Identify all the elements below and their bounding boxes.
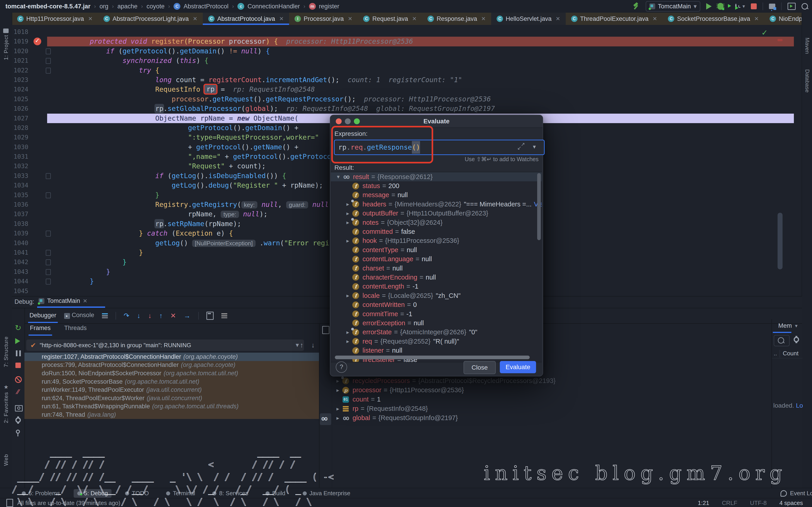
tab-memory[interactable]: Mem▾	[778, 322, 798, 329]
sidebar-item-maven[interactable]: Maven	[804, 38, 810, 54]
breadcrumb-item[interactable]: tomcat-embed-core-8.5.47.jar	[5, 3, 90, 10]
view-breakpoints-icon[interactable]: ∕∕	[12, 388, 24, 396]
minimize-traffic-light[interactable]	[345, 118, 351, 124]
evaluate-expression-icon[interactable]	[206, 312, 214, 320]
tree-row-recycledProcessors[interactable]: ▸recycledProcessors={AbstractProtocol$Re…	[334, 376, 773, 386]
expand-chevron-icon[interactable]: ▸	[334, 406, 342, 412]
code-line-1022[interactable]: 1022 try {	[12, 66, 794, 75]
memory-search-box[interactable]	[774, 335, 790, 346]
stop-icon[interactable]	[15, 362, 21, 368]
stack-frame-row[interactable]: doRun:1500, NioEndpoint$SocketProcessor(…	[24, 369, 319, 378]
tree-row-contentLength[interactable]: contentLength=-1	[331, 282, 542, 291]
line-number[interactable]: 1044	[14, 277, 36, 286]
inspections-ok-icon[interactable]: ✓	[761, 28, 768, 37]
code-line-1025[interactable]: 1025 processor.getRequest().getRequestPr…	[12, 94, 794, 104]
breadcrumb-item[interactable]: apache	[117, 3, 138, 10]
tree-row-contentType[interactable]: contentType=null	[331, 245, 542, 255]
tab-threads[interactable]: Threads	[64, 325, 87, 333]
debug-settings-gear-icon[interactable]	[15, 417, 21, 423]
tree-row-contentWritten[interactable]: contentWritten=0	[331, 300, 542, 309]
breadcrumb-item[interactable]: ConnectionHandler	[247, 3, 300, 10]
line-number[interactable]: 1030	[14, 143, 36, 152]
expand-chevron-icon[interactable]: ▾	[334, 174, 343, 180]
code-line-1024[interactable]: 1024 RequestInfo rp = rp: RequestInfo@25…	[12, 84, 794, 94]
sidebar-item-project[interactable]: 1: Project	[3, 35, 9, 60]
expand-chevron-icon[interactable]: ▸	[344, 201, 352, 207]
stack-frame-row[interactable]: register:1027, AbstractProtocol$Connecti…	[24, 353, 319, 361]
expression-input[interactable]: rp.req.getResponse()	[334, 139, 545, 155]
sidebar-item-database[interactable]: Database	[804, 69, 810, 93]
close-icon[interactable]: ✕	[481, 16, 486, 22]
line-number[interactable]: 1020	[14, 46, 36, 56]
line-number[interactable]: 1028	[14, 123, 36, 133]
line-number[interactable]: 1038	[14, 219, 36, 229]
expand-chevron-icon[interactable]: ▸	[344, 338, 352, 344]
expand-chevron-icon[interactable]: ▸	[334, 378, 342, 384]
tree-row-message[interactable]: message=null	[331, 190, 542, 200]
expand-chevron-icon[interactable]: ▸	[334, 387, 342, 393]
tree-horizontal-scrollbar[interactable]	[335, 355, 530, 359]
profiler-dropdown-icon[interactable]: ▾	[743, 3, 745, 9]
tree-row-listener[interactable]: listener=null	[331, 346, 542, 355]
expand-editor-icon[interactable]: ↗↙	[517, 143, 525, 150]
close-icon[interactable]: ✕	[348, 16, 352, 22]
resume-icon[interactable]	[15, 338, 20, 344]
pause-icon[interactable]	[16, 350, 21, 356]
tab-frames[interactable]: Frames	[30, 325, 51, 333]
project-structure-icon[interactable]	[769, 4, 775, 9]
toolwindow-button-terminal[interactable]: Terminal	[162, 489, 199, 498]
close-button[interactable]: Close	[464, 361, 496, 374]
line-number[interactable]: 1018	[14, 27, 36, 37]
close-icon[interactable]: ✕	[88, 16, 93, 22]
breadcrumb[interactable]: tomcat-embed-core-8.5.47.jar›org›apache›…	[5, 0, 339, 13]
toolwindow-button-build[interactable]: Build	[262, 489, 289, 498]
line-number[interactable]: 1042	[14, 257, 36, 267]
frame-up-icon[interactable]: ↑	[300, 341, 303, 349]
line-number[interactable]: 1034	[14, 181, 36, 190]
toolwindow-button-todo[interactable]: TODO	[121, 489, 152, 498]
code-line-1018[interactable]: 1018	[12, 27, 794, 37]
stack-frame-row[interactable]: run:748, Thread(java.lang)	[24, 410, 319, 419]
sidebar-item-structure[interactable]: 7: Structure	[3, 336, 9, 367]
close-icon[interactable]: ✕	[193, 16, 197, 22]
toolwindow-button-6-problems[interactable]: 6: Problems	[18, 489, 64, 498]
line-number[interactable]: 1039	[14, 229, 36, 238]
tree-row-req[interactable]: ▸req={Request@2552}"R( null)"	[331, 337, 542, 346]
step-into-icon[interactable]: ↓	[137, 313, 141, 319]
tree-row-result[interactable]: ▾ooresult={Response@2612}	[331, 172, 542, 181]
expand-chevron-icon[interactable]: ▸	[344, 329, 352, 335]
tree-row-errorState[interactable]: ▸errorState={AtomicInteger@2626}"0"	[331, 328, 542, 337]
tree-row-outputBuffer[interactable]: ▸outputBuffer={Http11OutputBuffer@2623}	[331, 209, 542, 218]
expand-chevron-icon[interactable]: ▸	[344, 238, 352, 244]
pin-icon[interactable]	[16, 430, 20, 434]
expand-chevron-icon[interactable]: ▸	[334, 415, 342, 421]
build-hammer-icon[interactable]	[633, 3, 640, 10]
help-button[interactable]: ?	[336, 361, 347, 373]
line-number[interactable]: 1021	[14, 56, 36, 65]
line-number[interactable]: 1035	[14, 190, 36, 200]
tree-row-notes[interactable]: ▸notes={Object[32]@2624}	[331, 218, 542, 227]
breadcrumb-item[interactable]: register	[319, 3, 339, 10]
line-number[interactable]: 1031	[14, 152, 36, 161]
debug-button[interactable]	[717, 3, 723, 10]
tree-row-errorException[interactable]: errorException=null	[331, 319, 542, 328]
tab-request-java[interactable]: CRequest.java✕	[358, 13, 422, 25]
tab-socketprocessorbase-java[interactable]: CSocketProcessorBase.java✕	[662, 13, 764, 25]
tab-console[interactable]: ▸Console	[64, 312, 94, 320]
tree-row-count[interactable]: count=1	[334, 395, 773, 404]
status-widget-utf-8[interactable]: UTF-8	[750, 500, 767, 507]
run-anything-icon[interactable]	[788, 3, 796, 10]
toolwindow-button-java-enterprise[interactable]: Java Enterprise	[299, 489, 354, 498]
zoom-traffic-light[interactable]	[354, 118, 360, 124]
frame-down-icon[interactable]: ↓	[311, 341, 315, 349]
stack-frame-row[interactable]: runWorker:1149, ThreadPoolExecutor(java.…	[24, 386, 319, 394]
line-number[interactable]: 1023	[14, 75, 36, 84]
tab-processor-java[interactable]: IProcessor.java✕	[289, 13, 358, 25]
stack-frame-row[interactable]: process:799, AbstractProtocol$Connection…	[24, 361, 319, 370]
expand-chevron-icon[interactable]: ▸	[344, 219, 352, 226]
tree-row-characterEncoding[interactable]: characterEncoding=null	[331, 273, 542, 282]
close-icon[interactable]: ✕	[556, 16, 560, 22]
tab-debugger[interactable]: Debugger	[30, 312, 56, 320]
tab-http11processor-java[interactable]: CHttp11Processor.java✕	[12, 13, 98, 25]
memory-settings-gear-icon[interactable]	[794, 337, 799, 342]
